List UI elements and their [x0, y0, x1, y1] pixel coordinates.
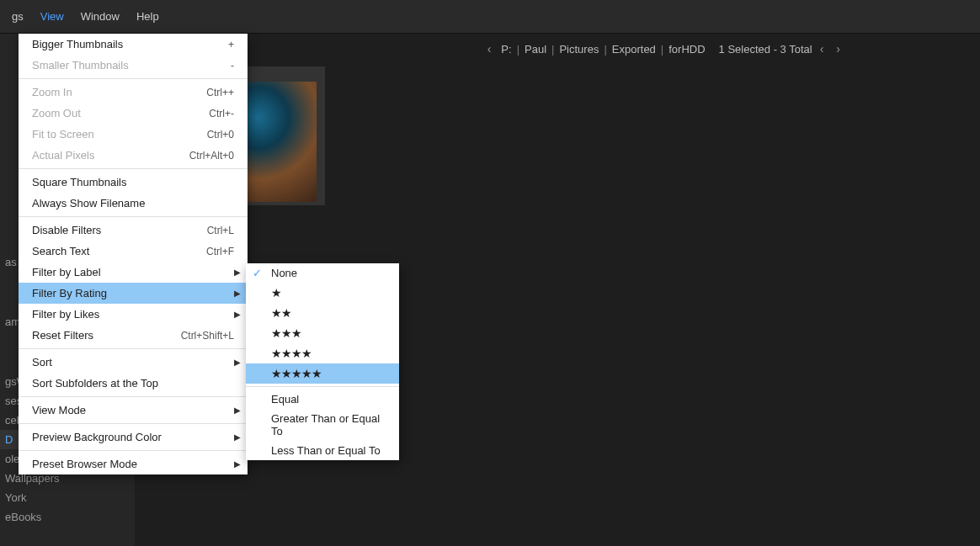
menu-item: Actual PixelsCtrl+Alt+0: [19, 145, 248, 166]
menu-item-label: Sort: [32, 356, 52, 368]
sidebar-item[interactable]: York: [0, 488, 135, 507]
menu-item-label: Filter by Likes: [32, 308, 99, 321]
menu-item-shortcut: Ctrl+0: [207, 129, 234, 140]
submenu-item-label: ★★★: [271, 326, 301, 340]
menu-item[interactable]: Disable FiltersCtrl+L: [19, 220, 248, 241]
filter-by-rating-submenu: ✓None★★★★★★★★★★★★★★★EqualGreater Than or…: [246, 263, 399, 460]
menu-item-label: Preset Browser Mode: [32, 458, 137, 470]
menu-gs[interactable]: gs: [3, 5, 32, 28]
menu-item-shortcut: Ctrl+L: [207, 225, 234, 236]
menu-item-shortcut: -: [231, 60, 234, 72]
submenu-item[interactable]: ★★★: [246, 323, 399, 343]
menu-item-label: Filter By Rating: [32, 287, 107, 300]
menu-item[interactable]: Search TextCtrl+F: [19, 241, 248, 262]
menu-item[interactable]: Bigger Thumbnails+: [19, 34, 248, 55]
submenu-item[interactable]: Equal: [246, 390, 399, 409]
menu-item[interactable]: Filter by Likes▶: [19, 304, 248, 325]
menu-item-label: Reset Filters: [32, 329, 93, 342]
nav-next-icon[interactable]: ›: [831, 42, 845, 56]
menu-item[interactable]: Sort Subfolders at the Top: [19, 373, 248, 394]
menu-item-shortcut: Ctrl+Shift+L: [181, 330, 234, 342]
menu-item-label: Fit to Screen: [32, 128, 94, 140]
submenu-arrow-icon: ▶: [234, 289, 241, 298]
submenu-item[interactable]: Less Than or Equal To: [246, 441, 399, 460]
menu-item-shortcut: +: [228, 39, 234, 50]
menu-item-label: Sort Subfolders at the Top: [32, 377, 158, 390]
breadcrumb-back-icon[interactable]: ‹: [482, 42, 497, 56]
menu-item-label: Smaller Thumbnails: [32, 59, 129, 72]
breadcrumb: ‹ P:| Paul| Pictures| Exported| forHDD 1…: [482, 42, 845, 56]
submenu-item[interactable]: ★: [246, 283, 399, 303]
menu-item[interactable]: Sort▶: [19, 352, 248, 373]
submenu-item-label: Less Than or Equal To: [271, 444, 381, 457]
menu-item-label: View Mode: [32, 404, 86, 416]
submenu-item-label: ★★: [271, 306, 291, 320]
menu-item[interactable]: Preview Background Color▶: [19, 427, 248, 448]
menubar: gs View Window Help: [0, 0, 980, 34]
menu-item-shortcut: Ctrl+Alt+0: [189, 150, 234, 162]
menu-item[interactable]: Preset Browser Mode▶: [19, 453, 248, 474]
menu-item-label: Search Text: [32, 245, 89, 257]
menu-item-label: Always Show Filename: [32, 197, 145, 209]
menu-item[interactable]: View Mode▶: [19, 400, 248, 421]
breadcrumb-part[interactable]: P:: [498, 43, 514, 56]
breadcrumb-part[interactable]: Pictures: [557, 43, 601, 56]
menu-item-label: Disable Filters: [32, 224, 101, 236]
menu-item: Zoom InCtrl++: [19, 82, 248, 103]
menu-item-shortcut: Ctrl++: [206, 87, 234, 98]
menu-item-label: Preview Background Color: [32, 431, 162, 443]
submenu-arrow-icon: ▶: [234, 268, 241, 277]
submenu-item[interactable]: ★★★★★: [246, 363, 399, 384]
submenu-arrow-icon: ▶: [234, 358, 241, 367]
menu-item-label: Filter by Label: [32, 266, 101, 278]
submenu-item[interactable]: Greater Than or Equal To: [246, 409, 399, 441]
breadcrumb-part[interactable]: Exported: [610, 43, 658, 56]
menu-item-label: Zoom Out: [32, 107, 81, 119]
submenu-item-label: None: [271, 267, 297, 279]
menu-item[interactable]: Reset FiltersCtrl+Shift+L: [19, 325, 248, 346]
menu-item[interactable]: Square Thumbnails: [19, 172, 248, 193]
submenu-arrow-icon: ▶: [234, 310, 241, 319]
submenu-item-label: Equal: [271, 393, 299, 406]
submenu-arrow-icon: ▶: [234, 432, 241, 442]
menu-help[interactable]: Help: [128, 5, 168, 28]
breadcrumb-part[interactable]: forHDD: [666, 43, 707, 56]
submenu-arrow-icon: ▶: [234, 406, 241, 415]
menu-window[interactable]: Window: [72, 5, 128, 28]
menu-item[interactable]: Filter By Rating▶: [19, 283, 248, 304]
submenu-item[interactable]: ✓None: [246, 263, 399, 283]
breadcrumb-part[interactable]: Paul: [522, 43, 549, 56]
selection-status: 1 Selected - 3 Total: [719, 43, 812, 56]
menu-view[interactable]: View: [32, 5, 72, 28]
submenu-item-label: Greater Than or Equal To: [271, 412, 386, 437]
menu-item-label: Square Thumbnails: [32, 176, 127, 188]
sidebar-item[interactable]: eBooks: [0, 507, 135, 527]
submenu-item-label: ★★★★★: [271, 367, 322, 380]
menu-item-label: Actual Pixels: [32, 149, 94, 162]
menu-item: Fit to ScreenCtrl+0: [19, 124, 248, 145]
submenu-arrow-icon: ▶: [234, 459, 241, 469]
menu-item[interactable]: Filter by Label▶: [19, 262, 248, 283]
menu-item[interactable]: Always Show Filename: [19, 193, 248, 214]
submenu-item-label: ★★★★: [271, 347, 312, 360]
menu-item-label: Bigger Thumbnails: [32, 38, 123, 50]
nav-prev-icon[interactable]: ‹: [815, 42, 829, 56]
menu-item: Zoom OutCtrl+-: [19, 103, 248, 124]
submenu-item[interactable]: ★★: [246, 303, 399, 323]
submenu-item-label: ★: [271, 286, 281, 300]
menu-item-label: Zoom In: [32, 86, 72, 98]
menu-item-shortcut: Ctrl+-: [209, 108, 234, 119]
view-menu-dropdown: Bigger Thumbnails+Smaller Thumbnails-Zoo…: [19, 34, 248, 474]
check-icon: ✓: [253, 267, 262, 279]
submenu-item[interactable]: ★★★★: [246, 343, 399, 363]
menu-item: Smaller Thumbnails-: [19, 55, 248, 76]
menu-item-shortcut: Ctrl+F: [206, 246, 234, 257]
